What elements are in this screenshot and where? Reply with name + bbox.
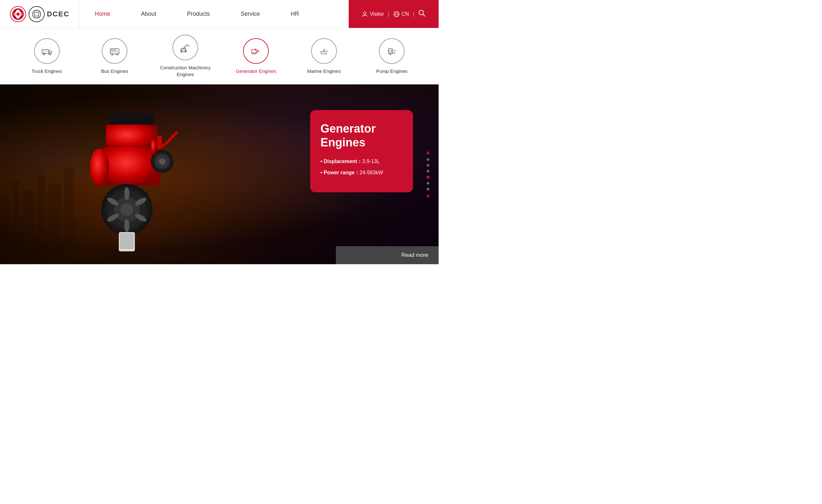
svg-rect-67 (151, 139, 156, 155)
marine-label: Marine Engines (307, 68, 341, 74)
nav-service[interactable]: Service (225, 0, 275, 28)
svg-point-19 (116, 54, 118, 55)
nav-up-arrow[interactable]: ▲ (425, 149, 431, 155)
globe-icon (393, 11, 400, 17)
svg-line-11 (423, 14, 425, 16)
nav-hr[interactable]: HR (275, 0, 314, 28)
pump-label: Pump Engines (376, 68, 407, 74)
svg-point-62 (124, 219, 129, 232)
language-selector[interactable]: CN (393, 11, 409, 17)
hero-info-card: Generator Engines • Displacement：3.9-13L… (310, 110, 413, 192)
nav-products[interactable]: Products (171, 0, 225, 28)
svg-rect-37 (392, 50, 395, 52)
nav-dot-5[interactable] (427, 182, 429, 184)
logo-area: DCEC (0, 0, 79, 28)
svg-rect-30 (252, 49, 257, 53)
pump-icon (386, 45, 398, 57)
svg-rect-66 (120, 233, 134, 249)
hero-title: Generator Engines (321, 122, 403, 149)
svg-rect-48 (109, 113, 154, 126)
visitor-label: Visitor (370, 11, 384, 17)
generator-icon-circle (243, 38, 269, 64)
truck-icon (41, 45, 53, 57)
svg-point-54 (159, 158, 165, 165)
side-nav: ▲ ▼ (425, 149, 431, 199)
hero-section: Generator Engines • Displacement：3.9-13L… (0, 84, 439, 264)
truck-icon-circle (34, 38, 60, 64)
spec-power: • Power range：24-563kW (321, 169, 403, 176)
nav-home[interactable]: Home (79, 0, 125, 28)
svg-point-51 (90, 149, 109, 187)
construction-icon (179, 42, 191, 53)
bus-label: Bus Engines (101, 68, 128, 74)
category-pump[interactable]: Pump Engines (369, 38, 414, 74)
svg-line-25 (184, 45, 187, 48)
svg-rect-49 (106, 124, 157, 150)
search-button[interactable] (418, 9, 426, 19)
svg-rect-20 (111, 49, 113, 51)
marine-icon (318, 45, 330, 57)
nav-dot-2[interactable] (427, 164, 429, 166)
nav-dot-3[interactable] (427, 170, 429, 172)
svg-rect-31 (257, 50, 259, 52)
svg-point-6 (364, 12, 366, 14)
svg-point-59 (124, 187, 129, 200)
generator-label: Generator Engines (236, 68, 276, 74)
lang-label: CN (402, 11, 409, 17)
dongfeng-logo (10, 6, 26, 22)
nav-dot-4[interactable] (426, 175, 430, 179)
marine-icon-circle (311, 38, 337, 64)
category-construction[interactable]: Construction Machinery Engines (160, 35, 211, 78)
read-more-label[interactable]: Read more (401, 252, 428, 259)
cummins-logo (28, 6, 45, 22)
category-bar: Truck Engines Bus Engines (0, 28, 439, 84)
spec-displacement: • Displacement：3.9-13L (321, 158, 403, 165)
nav-about[interactable]: About (125, 0, 171, 28)
generator-icon (250, 45, 262, 57)
nav-down-arrow[interactable]: ▼ (425, 193, 431, 199)
svg-point-18 (111, 54, 113, 55)
bus-icon (109, 45, 120, 57)
construction-label: Construction Machinery Engines (160, 64, 211, 78)
construction-icon-circle (172, 35, 198, 60)
nav-dot-1[interactable] (427, 158, 429, 161)
visitor-area[interactable]: Visitor (362, 11, 384, 17)
svg-point-10 (419, 10, 424, 15)
nav-dot-6[interactable] (427, 188, 429, 190)
search-icon (418, 9, 426, 17)
svg-point-5 (29, 6, 44, 22)
svg-point-29 (181, 51, 182, 52)
divider-2: | (413, 11, 415, 17)
engine-image (71, 94, 193, 255)
svg-rect-21 (114, 49, 116, 51)
divider-1: | (388, 11, 390, 17)
category-marine[interactable]: Marine Engines (302, 38, 347, 74)
category-truck[interactable]: Truck Engines (24, 38, 69, 74)
svg-point-36 (389, 50, 392, 52)
read-more-bar[interactable]: Read more (336, 246, 439, 264)
engine-svg (71, 94, 193, 255)
svg-point-4 (16, 13, 20, 16)
bus-icon-circle (102, 38, 127, 64)
svg-rect-12 (42, 49, 49, 53)
main-nav: Home About Products Service HR (79, 0, 349, 28)
dcec-logo-text: DCEC (47, 10, 69, 18)
pump-icon-circle (379, 38, 405, 64)
svg-point-58 (120, 203, 133, 216)
header-right: Visitor | CN | (349, 0, 439, 28)
truck-label: Truck Engines (31, 68, 62, 74)
category-generator[interactable]: Generator Engines (234, 38, 278, 74)
header: DCEC Home About Products Service HR Visi… (0, 0, 439, 28)
svg-rect-24 (181, 49, 185, 50)
visitor-icon (362, 11, 368, 17)
svg-line-26 (187, 45, 190, 46)
category-bus[interactable]: Bus Engines (92, 38, 137, 74)
